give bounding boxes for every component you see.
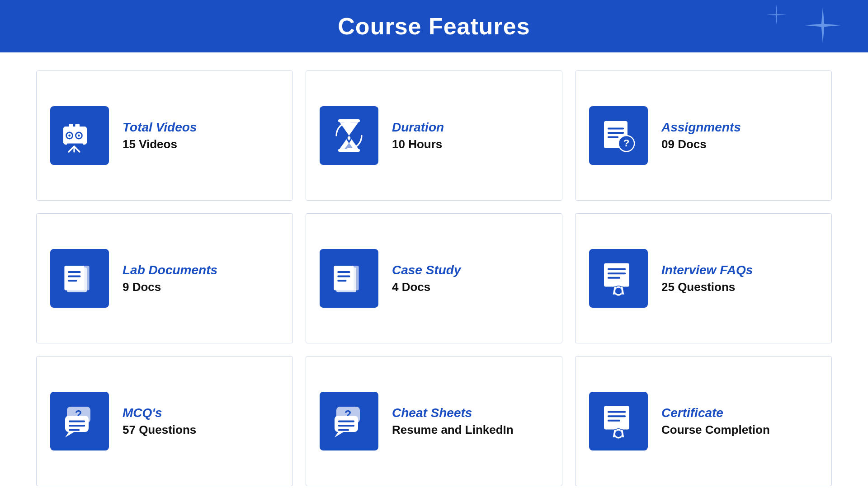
assignments-value: 09 Docs [661,137,741,151]
svg-rect-61 [338,429,349,431]
card-total-videos: Total Videos 15 Videos [36,70,293,201]
lab-documents-icon [61,260,98,296]
interview-faqs-title: Interview FAQs [661,263,753,277]
duration-value: 10 Hours [392,137,444,151]
star-small-icon [766,5,787,27]
svg-rect-31 [68,280,77,282]
case-study-icon-box [320,249,378,308]
page-wrapper: Course Features [0,0,868,488]
svg-rect-23 [608,136,618,138]
interview-faqs-text: Interview FAQs 25 Questions [661,263,753,294]
card-certificate: Certificate Course Completion [575,356,832,486]
svg-rect-39 [608,268,626,270]
mcqs-icon: ? [61,403,98,439]
svg-line-10 [74,146,80,152]
case-study-title: Case Study [392,263,461,277]
svg-rect-41 [608,277,620,279]
clock-icon [331,117,367,154]
mcqs-title: MCQ's [123,406,196,420]
main-content: Total Videos 15 Videos [0,52,868,488]
svg-rect-65 [608,420,620,422]
svg-rect-40 [608,272,626,274]
case-study-value: 4 Docs [392,280,461,294]
duration-icon-box [320,106,378,165]
total-videos-text: Total Videos 15 Videos [123,120,197,151]
svg-point-3 [68,135,71,137]
svg-marker-58 [335,432,344,437]
certificate-value: Course Completion [661,423,770,437]
svg-point-67 [615,431,622,437]
svg-rect-51 [69,420,85,422]
svg-rect-21 [608,127,624,129]
svg-rect-11 [69,124,73,127]
svg-text:?: ? [623,137,630,149]
mcqs-text: MCQ's 57 Questions [123,406,196,437]
header: Course Features [0,0,868,52]
svg-point-6 [78,135,80,137]
svg-rect-62 [604,406,629,429]
assignments-icon-box: ? [589,106,648,165]
star-large-icon [805,7,841,45]
mcqs-icon-box: ? [50,392,109,450]
case-study-icon [331,260,367,296]
svg-point-43 [615,288,622,294]
total-videos-value: 15 Videos [123,137,197,151]
card-cheat-sheets: ? Cheat Sheets Resume and LinkedIn [306,356,562,486]
page-title: Course Features [0,13,868,40]
svg-rect-34 [334,266,354,290]
features-grid: Total Videos 15 Videos [36,70,832,486]
card-interview-faqs: Interview FAQs 25 Questions [575,213,832,343]
duration-text: Duration 10 Hours [392,120,444,151]
svg-rect-22 [608,132,624,134]
interview-faqs-value: 25 Questions [661,280,753,294]
svg-line-8 [69,146,74,152]
assignment-icon: ? [600,117,637,154]
cheat-sheets-icon: ? [331,403,367,439]
certificate-title: Certificate [661,406,770,420]
svg-rect-60 [338,425,354,427]
svg-rect-29 [68,271,80,273]
total-videos-icon-box [50,106,109,165]
card-case-study: Case Study 4 Docs [306,213,562,343]
assignments-text: Assignments 09 Docs [661,120,741,151]
case-study-text: Case Study 4 Docs [392,263,461,294]
svg-rect-37 [337,280,346,282]
total-videos-title: Total Videos [123,120,197,135]
lab-documents-title: Lab Documents [123,263,217,277]
svg-rect-36 [337,276,350,277]
cheat-sheets-value: Resume and LinkedIn [392,423,514,437]
lab-documents-icon-box [50,249,109,308]
card-assignments: ? Assignments 09 Docs [575,70,832,201]
duration-title: Duration [392,120,444,135]
svg-rect-38 [604,263,629,286]
svg-rect-59 [338,420,354,422]
svg-rect-64 [608,415,626,417]
svg-rect-28 [64,266,84,290]
mcqs-value: 57 Questions [123,423,196,437]
lab-documents-value: 9 Docs [123,280,217,294]
svg-marker-50 [65,432,74,437]
svg-rect-63 [608,411,626,413]
svg-rect-35 [337,271,350,273]
lab-documents-text: Lab Documents 9 Docs [123,263,217,294]
card-duration: Duration 10 Hours [306,70,562,201]
certificate-icon-box [589,392,648,450]
card-mcqs: ? MCQ's 57 Questions [36,356,293,486]
certificate-icon [600,403,637,439]
cheat-sheets-icon-box: ? [320,392,378,450]
certificate-text: Certificate Course Completion [661,406,770,437]
video-icon [61,117,98,154]
card-lab-documents: Lab Documents 9 Docs [36,213,293,343]
svg-rect-7 [67,144,83,146]
cheat-sheets-text: Cheat Sheets Resume and LinkedIn [392,406,514,437]
interview-faqs-icon [600,260,637,296]
svg-rect-12 [75,124,80,127]
assignments-title: Assignments [661,120,741,135]
interview-faqs-icon-box [589,249,648,308]
cheat-sheets-title: Cheat Sheets [392,406,514,420]
svg-rect-53 [69,429,80,431]
svg-rect-30 [68,276,80,277]
svg-rect-52 [69,425,85,427]
